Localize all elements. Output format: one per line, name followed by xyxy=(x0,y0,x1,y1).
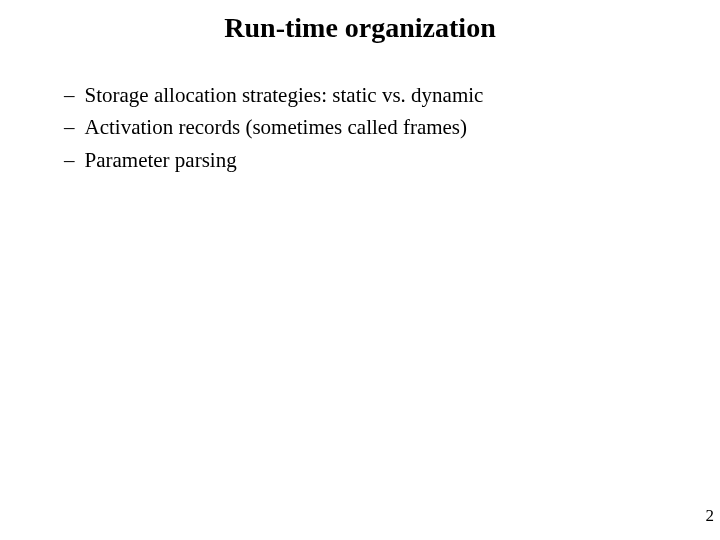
slide-title: Run-time organization xyxy=(0,12,720,44)
bullet-dash: – xyxy=(64,80,75,110)
bullet-dash: – xyxy=(64,112,75,142)
slide-container: Run-time organization – Storage allocati… xyxy=(0,0,720,540)
bullet-list: – Storage allocation strategies: static … xyxy=(0,80,720,175)
page-number: 2 xyxy=(706,506,715,526)
bullet-text: Parameter parsing xyxy=(85,145,237,175)
bullet-text: Storage allocation strategies: static vs… xyxy=(85,80,484,110)
list-item: – Activation records (sometimes called f… xyxy=(64,112,680,142)
list-item: – Parameter parsing xyxy=(64,145,680,175)
bullet-text: Activation records (sometimes called fra… xyxy=(85,112,468,142)
list-item: – Storage allocation strategies: static … xyxy=(64,80,680,110)
bullet-dash: – xyxy=(64,145,75,175)
